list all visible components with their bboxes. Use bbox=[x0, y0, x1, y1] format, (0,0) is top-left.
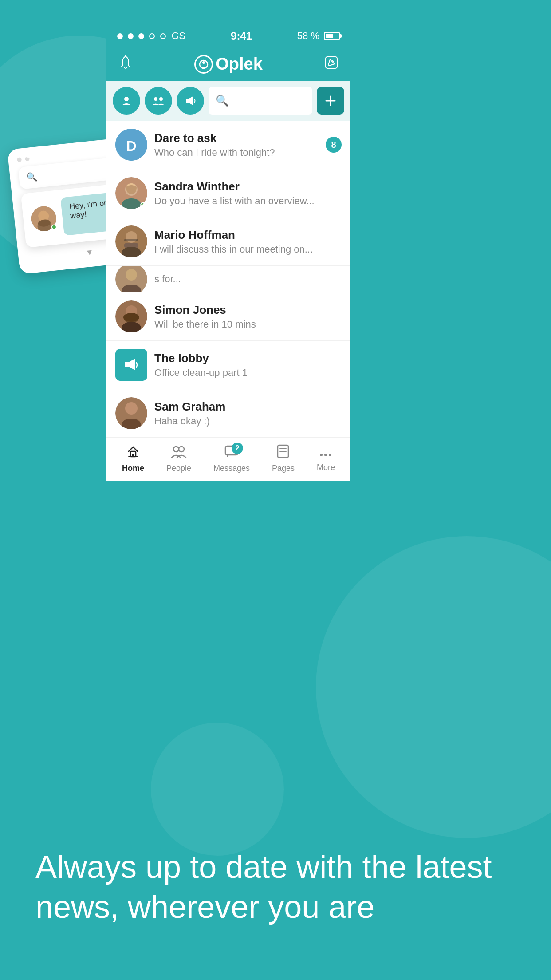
msg-content-dare: Dare to ask Who can I ride with tonight? bbox=[154, 131, 319, 158]
filter-group-btn[interactable] bbox=[145, 87, 172, 115]
main-phone: GS 9:41 58 % Op bbox=[106, 24, 350, 481]
signal-dots bbox=[117, 30, 168, 42]
nav-label-more: More bbox=[317, 463, 335, 472]
msg-content-partial: s for... bbox=[154, 273, 342, 285]
msg-preview-lobby: Office clean-up part 1 bbox=[154, 367, 342, 379]
bottom-nav: Home People bbox=[106, 438, 350, 481]
filter-person-btn[interactable] bbox=[113, 87, 140, 115]
svg-point-8 bbox=[124, 97, 129, 101]
svg-point-31 bbox=[125, 402, 138, 415]
nav-label-home: Home bbox=[122, 464, 144, 473]
svg-point-40 bbox=[329, 454, 331, 456]
home-icon bbox=[126, 444, 140, 462]
dot-2 bbox=[128, 33, 134, 39]
svg-point-6 bbox=[202, 61, 205, 64]
nav-label-people: People bbox=[166, 464, 191, 473]
svg-rect-21 bbox=[124, 239, 138, 241]
msg-preview-partial: s for... bbox=[154, 273, 342, 285]
people-icon bbox=[171, 444, 187, 462]
nav-item-home[interactable]: Home bbox=[122, 444, 144, 473]
avatar-mario bbox=[115, 225, 147, 257]
msg-preview-simon: Will be there in 10 mins bbox=[154, 319, 342, 330]
msg-name-sandra: Sandra Winther bbox=[154, 180, 342, 194]
filter-megaphone-btn[interactable] bbox=[177, 87, 204, 115]
dot-3 bbox=[138, 33, 144, 39]
messages-badge: 2 bbox=[232, 443, 243, 454]
pages-icon bbox=[277, 444, 289, 462]
bell-icon[interactable] bbox=[119, 55, 132, 73]
avatar-sam bbox=[115, 397, 147, 429]
message-item[interactable]: Sam Graham Haha okay :) bbox=[106, 389, 350, 438]
svg-point-39 bbox=[324, 454, 327, 456]
status-left: GS bbox=[117, 30, 185, 42]
message-item-partial[interactable]: s for... bbox=[106, 266, 350, 292]
msg-content-sam: Sam Graham Haha okay :) bbox=[154, 400, 342, 427]
nav-label-messages: Messages bbox=[213, 464, 250, 473]
dot-5 bbox=[160, 33, 166, 39]
svg-text:D: D bbox=[126, 138, 136, 154]
message-list: D Dare to ask Who can I ride with tonigh… bbox=[106, 121, 350, 438]
app-header: Oplek bbox=[106, 47, 350, 81]
dot-4 bbox=[149, 33, 155, 39]
msg-name-mario: Mario Hoffman bbox=[154, 228, 342, 242]
msg-preview-dare: Who can I ride with tonight? bbox=[154, 147, 319, 158]
battery-icon bbox=[324, 32, 340, 40]
svg-point-4 bbox=[125, 55, 126, 57]
nav-item-messages[interactable]: 2 Messages bbox=[213, 444, 250, 473]
msg-content-mario: Mario Hoffman I will discuss this in our… bbox=[154, 228, 342, 255]
dot-1 bbox=[117, 33, 123, 39]
search-bar[interactable]: 🔍 bbox=[209, 87, 312, 115]
svg-rect-7 bbox=[326, 57, 337, 68]
msg-name-dare: Dare to ask bbox=[154, 131, 319, 145]
msg-content-simon: Simon Jones Will be there in 10 mins bbox=[154, 303, 342, 330]
nav-item-pages[interactable]: Pages bbox=[272, 444, 295, 473]
avatar-lobby bbox=[115, 349, 147, 381]
edit-icon[interactable] bbox=[325, 56, 338, 72]
carrier-label: GS bbox=[172, 30, 186, 42]
tagline: Always up to date with the latest news, … bbox=[35, 847, 516, 927]
messages-icon-wrapper: 2 bbox=[224, 444, 239, 462]
logo-circle bbox=[194, 55, 213, 74]
message-item[interactable]: The lobby Office clean-up part 1 bbox=[106, 341, 350, 389]
battery-fill bbox=[326, 34, 333, 38]
msg-name-simon: Simon Jones bbox=[154, 303, 342, 317]
status-bar: GS 9:41 58 % bbox=[106, 24, 350, 47]
more-icon bbox=[319, 446, 333, 461]
avatar-sandra bbox=[115, 177, 147, 209]
avatar-partial bbox=[115, 266, 147, 292]
msg-preview-sam: Haha okay :) bbox=[154, 415, 342, 427]
notif-avatar bbox=[30, 205, 58, 233]
svg-point-23 bbox=[126, 269, 137, 281]
svg-point-38 bbox=[320, 454, 323, 456]
svg-point-29 bbox=[123, 313, 139, 322]
online-indicator-sandra bbox=[140, 202, 146, 208]
unread-badge-dare: 8 bbox=[326, 137, 342, 153]
svg-point-9 bbox=[154, 97, 157, 101]
add-button[interactable] bbox=[317, 87, 344, 115]
nav-label-pages: Pages bbox=[272, 464, 295, 473]
search-icon: 🔍 bbox=[216, 95, 229, 107]
status-right: 58 % bbox=[297, 30, 340, 42]
avatar-dare-to-ask: D bbox=[115, 129, 147, 161]
logo-text: Oplek bbox=[216, 55, 263, 74]
nav-item-people[interactable]: People bbox=[166, 444, 191, 473]
message-item[interactable]: Sandra Winther Do you have a list with a… bbox=[106, 169, 350, 217]
battery-percent: 58 % bbox=[297, 30, 319, 42]
decorative-circle-3 bbox=[151, 723, 284, 856]
svg-point-10 bbox=[159, 97, 163, 101]
bg-phone-battery: 58 % bbox=[18, 146, 46, 161]
message-item[interactable]: Mario Hoffman I will discuss this in our… bbox=[106, 217, 350, 266]
avatar-simon bbox=[115, 300, 147, 332]
msg-preview-sandra: Do you have a list with an overview... bbox=[154, 195, 342, 207]
svg-point-35 bbox=[179, 447, 184, 452]
message-item[interactable]: D Dare to ask Who can I ride with tonigh… bbox=[106, 121, 350, 169]
message-item[interactable]: Simon Jones Will be there in 10 mins bbox=[106, 292, 350, 341]
app-logo: Oplek bbox=[194, 55, 263, 74]
msg-content-sandra: Sandra Winther Do you have a list with a… bbox=[154, 180, 342, 207]
nav-item-more[interactable]: More bbox=[317, 446, 335, 472]
msg-name-sam: Sam Graham bbox=[154, 400, 342, 414]
msg-content-lobby: The lobby Office clean-up part 1 bbox=[154, 352, 342, 379]
svg-point-34 bbox=[173, 447, 179, 452]
msg-preview-mario: I will discuss this in our meeting on... bbox=[154, 244, 342, 255]
filter-bar: 🔍 bbox=[106, 81, 350, 121]
